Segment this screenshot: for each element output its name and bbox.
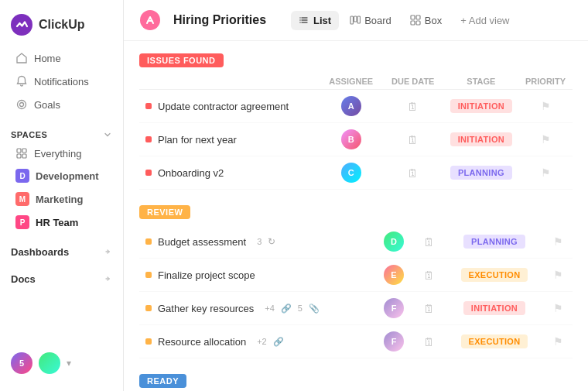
col-task	[139, 74, 320, 90]
ready-badge: READY	[139, 374, 186, 388]
group-ready: READY New contractor agreement E 🗓 PLANN…	[139, 374, 573, 391]
tab-list[interactable]: List	[291, 11, 339, 30]
dashboards-label: Dashboards	[11, 246, 69, 258]
development-badge: D	[15, 169, 29, 183]
everything-label: Everything	[34, 148, 81, 159]
spaces-label: Spaces	[11, 130, 47, 139]
spaces-section-header: Spaces	[0, 122, 123, 142]
tab-box-label: Box	[425, 15, 442, 26]
table-row[interactable]: Resource allocation +2 🔗 F 🗓 EXECUTION ⚑	[139, 325, 573, 358]
flag-icon: ⚑	[541, 100, 551, 112]
group-issues-header: ISSUES FOUND	[139, 53, 573, 67]
task-dot	[145, 136, 152, 142]
review-badge: REVIEW	[139, 205, 190, 219]
main-header: Hiring Priorities List	[124, 0, 588, 41]
calendar-icon: 🗓	[423, 235, 435, 249]
grid-icon	[15, 147, 28, 159]
sidebar-goals-label: Goals	[34, 99, 60, 111]
sidebar: ClickUp Home Notifications Goals Spaces	[0, 0, 124, 391]
table-row[interactable]: Gather key resources +4 🔗 5 📎 F 🗓 INITIA…	[139, 292, 573, 325]
table-row[interactable]: Finalize project scope E 🗓 EXECUTION ⚑	[139, 259, 573, 292]
link-icon: 🔗	[281, 304, 292, 314]
tab-board[interactable]: Board	[342, 11, 399, 30]
flag-icon: ⚑	[553, 235, 563, 248]
table-row[interactable]: Budget assessment 3 ↻ D 🗓 PLANNING ⚑	[139, 225, 573, 259]
meta-count: 3	[257, 237, 262, 246]
calendar-icon: 🗓	[423, 269, 435, 282]
sidebar-item-home[interactable]: Home	[5, 46, 118, 70]
flag-icon: ⚑	[541, 166, 551, 179]
svg-rect-17	[357, 16, 361, 23]
task-name: Finalize project scope	[158, 269, 255, 281]
status-badge: INITIATION	[450, 132, 512, 146]
clickup-logo-icon	[11, 14, 32, 36]
marketing-label: Marketing	[36, 194, 83, 205]
flag-icon: ⚑	[553, 335, 563, 348]
logo-area: ClickUp	[0, 9, 123, 46]
sidebar-item-development[interactable]: D Development	[5, 164, 118, 187]
add-view-button[interactable]: + Add view	[453, 11, 517, 30]
svg-point-12	[299, 17, 301, 19]
tab-box[interactable]: Box	[402, 11, 450, 30]
sidebar-item-hr[interactable]: P HR Team	[5, 211, 118, 234]
task-name: Update contractor agreement	[158, 101, 289, 112]
hr-badge: P	[15, 215, 29, 229]
docs-label: Docs	[11, 273, 36, 285]
task-dot	[145, 238, 152, 245]
sidebar-item-everything[interactable]: Everything	[5, 142, 118, 164]
user-avatar-number: 5	[11, 352, 32, 374]
calendar-icon: 🗓	[407, 100, 419, 113]
status-badge: INITIATION	[463, 301, 525, 315]
col-due-date: DUE DATE	[382, 74, 444, 90]
task-name: Budget assessment	[158, 236, 246, 248]
sidebar-item-notifications[interactable]: Notifications	[5, 70, 118, 93]
flag-icon: ⚑	[553, 269, 563, 281]
task-dot	[145, 170, 152, 176]
avatar: C	[341, 163, 361, 183]
task-name: Gather key resources	[158, 303, 254, 314]
sidebar-item-goals[interactable]: Goals	[5, 93, 118, 116]
development-label: Development	[36, 170, 99, 182]
group-review: REVIEW Budget assessment 3 ↻ D 🗓 PLANNIN…	[139, 205, 573, 358]
calendar-icon: 🗓	[407, 166, 419, 180]
task-dot	[145, 338, 152, 345]
avatar: F	[384, 331, 404, 352]
svg-rect-6	[22, 154, 26, 158]
col-priority: PRIORITY	[518, 74, 573, 90]
dashboards-section[interactable]: Dashboards	[0, 238, 123, 261]
main-content: Hiring Priorities List	[124, 0, 588, 391]
table-row[interactable]: Plan for next year B 🗓 INITIATION ⚑	[139, 123, 573, 156]
status-badge: EXECUTION	[461, 268, 528, 282]
svg-point-2	[20, 103, 24, 107]
project-title: Hiring Priorities	[173, 13, 266, 27]
issues-badge: ISSUES FOUND	[139, 53, 224, 67]
svg-rect-15	[350, 16, 354, 24]
docs-section[interactable]: Docs	[0, 266, 123, 288]
logo-text: ClickUp	[39, 18, 85, 32]
svg-point-1	[18, 101, 26, 109]
status-badge: PLANNING	[463, 235, 525, 249]
user-avatar-profile	[39, 352, 60, 374]
svg-rect-21	[416, 21, 420, 25]
user-chevron-icon: ▾	[67, 358, 71, 369]
tab-list-label: List	[313, 15, 331, 26]
table-row[interactable]: Update contractor agreement A 🗓 INITIATI…	[139, 90, 573, 123]
sidebar-user-area[interactable]: 5 ▾	[0, 345, 123, 382]
task-dot	[145, 272, 152, 278]
avatar: F	[384, 298, 404, 318]
avatar: D	[384, 232, 404, 252]
svg-rect-19	[416, 15, 420, 19]
tab-board-label: Board	[364, 15, 391, 26]
meta-count: +4	[265, 304, 275, 313]
home-icon	[15, 52, 28, 64]
flag-icon: ⚑	[541, 133, 551, 146]
table-row[interactable]: Onboarding v2 C 🗓 PLANNING ⚑	[139, 156, 573, 190]
svg-rect-20	[411, 21, 415, 25]
svg-rect-5	[17, 154, 21, 158]
sidebar-item-marketing[interactable]: M Marketing	[5, 187, 118, 211]
calendar-icon: 🗓	[423, 302, 435, 315]
group-issues: ISSUES FOUND ASSIGNEE DUE DATE STAGE PRI…	[139, 53, 573, 190]
spaces-chevron-icon	[103, 130, 112, 139]
svg-rect-3	[17, 149, 21, 153]
status-badge: PLANNING	[450, 166, 512, 180]
